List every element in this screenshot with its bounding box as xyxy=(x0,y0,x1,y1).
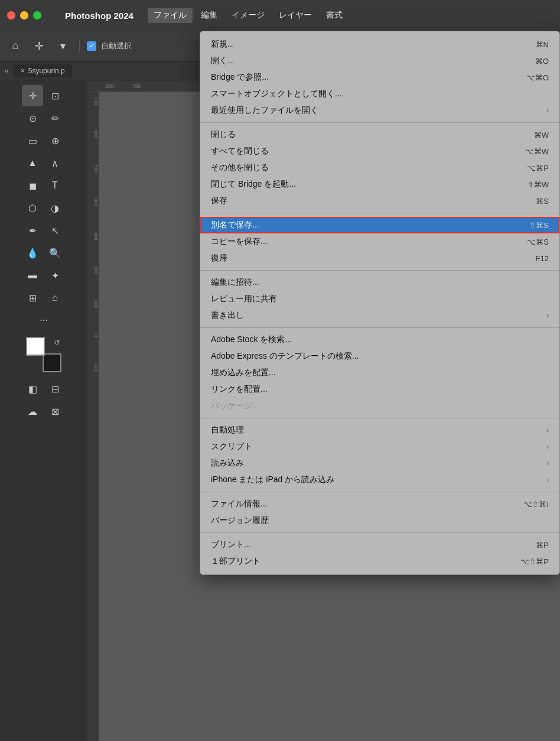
menu-divider-5 xyxy=(200,418,559,418)
menu-item-save-copy[interactable]: コピーを保存... ⌥⌘S xyxy=(200,233,559,250)
menu-item-import[interactable]: 読み込み › xyxy=(200,455,559,472)
menu-divider-1 xyxy=(200,122,559,123)
menu-section-4: 編集に招待... レビュー用に共有 書き出し › xyxy=(200,273,559,325)
menu-divider-7 xyxy=(200,532,559,533)
file-menu-dropdown: 新規... ⌘N 開く... ⌘O Bridge で参照... ⌥⌘O スマート… xyxy=(200,31,560,575)
menu-divider-4 xyxy=(200,327,559,328)
menu-item-revert[interactable]: 復帰 F12 xyxy=(200,250,559,266)
menu-section-3: 別名で保存... ⇧⌘S コピーを保存... ⌥⌘S 復帰 F12 xyxy=(200,216,559,268)
menu-section-1: 新規... ⌘N 開く... ⌘O Bridge で参照... ⌥⌘O スマート… xyxy=(200,35,559,120)
menu-item-adobe-express[interactable]: Adobe Express のテンプレートの検索... xyxy=(200,348,559,365)
menu-item-save-as[interactable]: 別名で保存... ⇧⌘S xyxy=(200,217,559,233)
menu-item-new[interactable]: 新規... ⌘N xyxy=(200,36,559,53)
menu-item-export[interactable]: 書き出し › xyxy=(200,307,559,324)
menu-item-print-one[interactable]: １部プリント ⌥⇧⌘P xyxy=(200,553,559,570)
menu-item-adobe-stock[interactable]: Adobe Stock を検索... xyxy=(200,332,559,348)
menu-item-place-embedded[interactable]: 埋め込みを配置... xyxy=(200,365,559,381)
menu-item-automate[interactable]: 自動処理 › xyxy=(200,422,559,438)
menu-item-open-smart[interactable]: スマートオブジェクトとして開く... xyxy=(200,86,559,102)
menu-item-close-bridge[interactable]: 閉じて Bridge を起動... ⇧⌘W xyxy=(200,176,559,193)
menu-item-close-all[interactable]: すべてを閉じる ⌥⌘W xyxy=(200,143,559,160)
menu-item-place-linked[interactable]: リンクを配置... xyxy=(200,381,559,398)
menu-item-import-ipad[interactable]: iPhone または iPad から読み込み › xyxy=(200,472,559,488)
menu-section-6: 自動処理 › スクリプト › 読み込み › iPhone または iPad から… xyxy=(200,421,559,489)
menu-item-file-info[interactable]: ファイル情報... ⌥⇧⌘I xyxy=(200,496,559,512)
menu-overlay[interactable]: 新規... ⌘N 開く... ⌘O Bridge で参照... ⌥⌘O スマート… xyxy=(0,0,560,741)
menu-section-8: プリント... ⌘P １部プリント ⌥⇧⌘P xyxy=(200,535,559,571)
menu-section-5: Adobe Stock を検索... Adobe Express のテンプレート… xyxy=(200,330,559,415)
menu-item-recent[interactable]: 最近使用したファイルを開く › xyxy=(200,102,559,119)
menu-item-close-others[interactable]: その他を閉じる ⌥⌘P xyxy=(200,160,559,176)
menu-item-scripts[interactable]: スクリプト › xyxy=(200,438,559,455)
menu-item-save[interactable]: 保存 ⌘S xyxy=(200,193,559,209)
menu-item-open[interactable]: 開く... ⌘O xyxy=(200,53,559,69)
menu-item-share-review[interactable]: レビュー用に共有 xyxy=(200,291,559,307)
menu-item-print[interactable]: プリント... ⌘P xyxy=(200,537,559,553)
menu-section-7: ファイル情報... ⌥⇧⌘I バージョン履歴 xyxy=(200,495,559,530)
menu-item-package: パッケージ... xyxy=(200,398,559,414)
menu-divider-2 xyxy=(200,213,559,213)
menu-item-close[interactable]: 閉じる ⌘W xyxy=(200,126,559,143)
menu-divider-6 xyxy=(200,492,559,492)
menu-item-version-history[interactable]: バージョン履歴 xyxy=(200,512,559,529)
menu-section-2: 閉じる ⌘W すべてを閉じる ⌥⌘W その他を閉じる ⌥⌘P 閉じて Bridg… xyxy=(200,125,559,210)
menu-item-invite[interactable]: 編集に招待... xyxy=(200,274,559,291)
menu-item-bridge-browse[interactable]: Bridge で参照... ⌥⌘O xyxy=(200,69,559,86)
menu-divider-3 xyxy=(200,270,559,271)
